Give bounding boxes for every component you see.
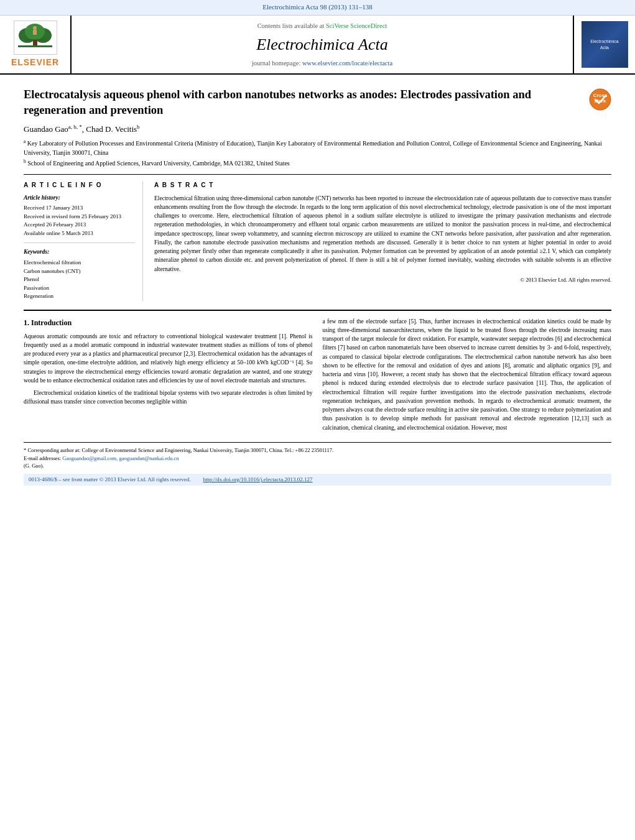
journal-citation-bar: Electrochimica Acta 98 (2013) 131–138: [0, 0, 635, 16]
elsevier-logo: ELSEVIER: [11, 21, 59, 68]
body-section: 1. Introduction Aqueous aromatic compoun…: [24, 310, 611, 436]
elsevier-brand-name: ELSEVIER: [11, 56, 59, 68]
doi-link[interactable]: http://dx.doi.org/10.1016/j.electacta.20…: [203, 476, 313, 484]
svg-rect-7: [33, 30, 37, 35]
abstract-label: A B S T R A C T: [154, 181, 611, 190]
author2-name: , Chad D. Vecitis: [82, 125, 137, 134]
article-history-block: Article history: Received 17 January 201…: [24, 194, 135, 244]
history-received: Received 17 January 2013: [24, 204, 135, 213]
body-para-3: a few mm of the electrode surface [5]. T…: [323, 317, 612, 432]
body-two-col: 1. Introduction Aqueous aromatic compoun…: [24, 317, 611, 436]
email-line: E-mail addresses: Gaoguandao@gmail.com, …: [24, 455, 611, 463]
journal-homepage-line: journal homepage: www.elsevier.com/locat…: [252, 58, 392, 68]
footnote-section: * Corresponding author at: College of En…: [24, 442, 611, 470]
email-label: E-mail addresses:: [24, 455, 61, 461]
email-links[interactable]: Gaoguandao@gmail.com, gaoguandan@nankai.…: [62, 455, 178, 461]
doi-bar: 0013-4686/$ – see front matter © 2013 El…: [24, 474, 611, 486]
affiliation-2: b School of Engineering and Applied Scie…: [24, 159, 611, 168]
keywords-block: Keywords: Electrochemical filtration Car…: [24, 248, 135, 300]
keyword-5: Regeneration: [24, 292, 135, 301]
paper-title: Electrocatalysis aqueous phenol with car…: [24, 87, 589, 118]
affiliation-1: a Key Laboratory of Pollution Processes …: [24, 139, 611, 157]
body-col-1: 1. Introduction Aqueous aromatic compoun…: [24, 317, 313, 436]
article-info-column: A R T I C L E I N F O Article history: R…: [24, 181, 143, 301]
journal-citation-text: Electrochimica Acta 98 (2013) 131–138: [262, 3, 373, 11]
cover-text: ElectrochimicaActa: [589, 37, 620, 51]
section1-heading: 1. Introduction: [24, 317, 313, 328]
elsevier-tree-logo: [14, 21, 57, 55]
keyword-4: Passivation: [24, 284, 135, 293]
history-online: Available online 5 March 2013: [24, 229, 135, 238]
crossmark-badge[interactable]: Cross Mark: [589, 88, 611, 111]
abstract-text: Electrochemical filtration using three-d…: [154, 194, 611, 274]
svg-point-6: [33, 26, 37, 30]
journal-title: Electrochimica Acta: [256, 33, 388, 57]
corresponding-author-note: * Corresponding author at: College of En…: [24, 446, 611, 455]
history-label: Article history:: [24, 194, 135, 203]
journal-header: ELSEVIER Contents lists available at Sci…: [0, 16, 635, 75]
main-content: Electrocatalysis aqueous phenol with car…: [0, 75, 635, 494]
abstract-column: A B S T R A C T Electrochemical filtrati…: [154, 181, 611, 301]
author-name-note: (G. Gao).: [24, 462, 611, 470]
affiliations-block: a Key Laboratory of Pollution Processes …: [24, 139, 611, 168]
history-revised: Received in revised form 25 February 201…: [24, 213, 135, 221]
journal-cover-image: ElectrochimicaActa: [582, 21, 628, 68]
journal-title-section: Contents lists available at SciVerse Sci…: [72, 16, 573, 73]
svg-rect-1: [18, 45, 52, 47]
article-info-abstract-section: A R T I C L E I N F O Article history: R…: [24, 174, 611, 301]
sciverse-link[interactable]: SciVerse ScienceDirect: [326, 22, 387, 29]
copyright-line: © 2013 Elsevier Ltd. All rights reserved…: [154, 276, 611, 284]
article-info-label: A R T I C L E I N F O: [24, 181, 135, 190]
keyword-1: Electrochemical filtration: [24, 259, 135, 267]
author1-name: Guandao Gao: [24, 125, 68, 134]
body-col-2: a few mm of the electrode surface [5]. T…: [323, 317, 612, 436]
keyword-3: Phenol: [24, 275, 135, 284]
authors-line: Guandao Gaoa, b, *, Chad D. Vecitisb: [24, 123, 611, 136]
keywords-label: Keywords:: [24, 248, 135, 257]
journal-homepage-link[interactable]: www.elsevier.com/locate/electacta: [302, 60, 392, 67]
history-accepted: Accepted 26 February 2013: [24, 221, 135, 229]
keyword-2: Carbon nanotubes (CNT): [24, 267, 135, 276]
author2-affiliation: b: [137, 124, 140, 130]
journal-cover-section: ElectrochimicaActa: [573, 16, 635, 73]
body-para-2: Electrochemical oxidation kinetics of th…: [24, 389, 313, 407]
elsevier-logo-section: ELSEVIER: [0, 16, 72, 73]
body-para-1: Aqueous aromatic compounds are toxic and…: [24, 332, 313, 385]
contents-list-line: Contents lists available at SciVerse Sci…: [257, 21, 387, 30]
author1-affiliation: a, b, *: [68, 124, 82, 130]
issn-text: 0013-4686/$ – see front matter © 2013 El…: [29, 476, 191, 484]
paper-title-section: Electrocatalysis aqueous phenol with car…: [24, 83, 611, 118]
svg-rect-8: [26, 39, 44, 40]
